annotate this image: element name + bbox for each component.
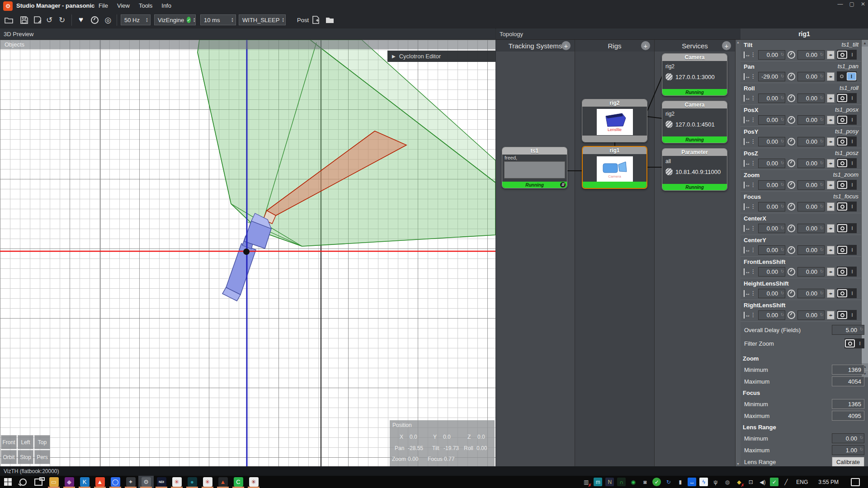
value-input[interactable]: 0.00 [758,137,785,146]
output-toggle[interactable]: I [837,93,857,103]
filter-zoom-toggle[interactable]: I [844,338,864,348]
taskbar-app-button[interactable]: ⚙ [138,476,154,488]
swap-arrows-button[interactable]: ◂▸ [827,51,835,59]
toggle-i-option[interactable]: I [848,311,856,319]
tray-icon[interactable]: ▥ [582,478,590,486]
timer-clock-icon[interactable] [788,160,795,167]
toggle-i-option[interactable]: I [856,339,864,347]
search-button[interactable] [15,476,31,488]
output-toggle[interactable]: I [837,71,857,81]
tray-icon[interactable]: ∩ [617,478,626,486]
toggle-i-option[interactable]: I [848,159,856,167]
slider-range-icon[interactable] [744,160,756,167]
offset-input[interactable]: 0.00 [797,310,825,320]
output-toggle[interactable]: I [837,245,857,255]
open-folder-icon[interactable] [4,15,14,25]
view-button[interactable]: Left [18,435,33,449]
toggle-o-option[interactable] [837,94,847,102]
toggle-i-option[interactable]: I [848,181,856,189]
toggle-o-option[interactable] [837,159,847,167]
timer-clock-icon[interactable] [788,51,795,59]
taskbar-app-button[interactable]: ▭ [46,476,61,488]
value-input[interactable]: 0.00 [758,245,785,255]
toggle-i-option[interactable]: I [848,267,856,276]
focus-max-input[interactable]: 4095 [832,411,864,421]
taskbar-app-button[interactable]: ● [184,476,200,488]
toggle-o-option[interactable] [837,289,847,297]
timer-clock-icon[interactable] [788,246,795,254]
toggle-o-option[interactable] [837,181,847,189]
timer-clock-icon[interactable] [788,290,795,297]
cyclotron-editor-bar[interactable]: ▶ Cyclotron Editor [387,51,495,62]
toggle-o-option[interactable] [837,267,847,276]
value-input[interactable]: 0.00 [758,94,785,103]
stepper-arrows-icon[interactable]: ▲▼ [279,17,284,23]
offset-input[interactable]: 0.00 [797,159,825,168]
offset-input[interactable]: 0.00 [797,202,825,211]
value-input[interactable]: 0.00 [758,115,785,125]
sleep-mode-dropdown[interactable]: WITH_SLEEP ▲▼ [239,14,286,25]
value-input[interactable]: 0.00 [758,202,785,211]
offset-input[interactable]: 0.00 [797,72,825,81]
timer-clock-icon[interactable] [788,181,795,189]
save-as-icon[interactable] [33,15,42,25]
tray-icon[interactable]: ϟ [699,478,708,486]
service-node[interactable]: Parameter all 10.81.40.9:11000 Running [662,148,727,191]
view-button[interactable]: Orbit [1,450,17,464]
offset-input[interactable]: 0.00 [797,180,825,190]
swap-arrows-button[interactable]: ◂▸ [827,137,835,146]
offset-input[interactable]: 0.00 [797,224,825,233]
view-button[interactable]: Top [34,435,50,449]
tray-icon[interactable]: m [594,478,602,486]
record-target-icon[interactable]: ◎ [103,15,113,25]
toggle-i-option[interactable]: I [848,94,856,102]
lens-range-min-input[interactable]: 0.00 [832,433,864,443]
scroll-up-icon[interactable]: ▲ [736,41,740,44]
value-input[interactable]: 0.00 [758,289,785,298]
toggle-o-option[interactable] [837,311,847,319]
taskbar-app-button[interactable]: ✦ [123,476,138,488]
swap-arrows-button[interactable]: ◂▸ [827,311,835,319]
tray-icon[interactable]: ▮ [676,478,684,486]
language-indicator[interactable]: ENG [793,479,811,485]
slider-range-icon[interactable] [744,268,756,275]
topology-scrollbar[interactable]: ▲ ▼ [736,40,741,466]
task-view-button[interactable] [31,476,46,488]
refresh-icon[interactable]: ↻ [57,15,67,25]
value-input[interactable]: 0.00 [758,310,785,320]
toggle-i-option[interactable]: I [848,137,856,145]
tray-icon[interactable]: ✓ [652,478,661,486]
output-toggle[interactable]: I [837,267,857,277]
menu-item[interactable]: Info [161,2,171,9]
toggle-i-option[interactable]: I [848,289,856,297]
tray-icon[interactable]: ◍ [723,478,731,486]
output-toggle[interactable]: I [837,202,857,211]
offset-input[interactable]: 0.00 [797,245,825,255]
swap-arrows-button[interactable]: ◂▸ [827,267,835,276]
swap-arrows-button[interactable]: ◂▸ [827,116,835,124]
slider-range-icon[interactable] [744,290,756,297]
view-button[interactable]: Front [1,435,17,449]
toggle-i-option[interactable]: I [848,246,856,254]
calibrate-button[interactable]: Calibrate [832,457,864,467]
chat-bubble-icon[interactable]: ☰ [560,182,566,188]
value-input[interactable]: -29.00 [758,72,785,81]
taskbar-app-button[interactable]: ◆ [61,476,77,488]
tracking-system-node-ts1[interactable]: ts1 freed, Running ☰ [502,147,567,188]
zoom-max-input[interactable]: 4054 [832,376,864,386]
output-toggle[interactable]: I [837,136,857,146]
overall-delay-input[interactable]: 5.00 [832,325,864,335]
objects-toolbar[interactable]: Objects [0,40,495,49]
clock-time[interactable]: 3:55 PM [814,479,843,485]
output-toggle[interactable]: I [837,158,857,168]
toggle-o-option[interactable] [837,246,847,254]
output-toggle[interactable]: I [837,288,857,298]
service-node[interactable]: Camera rig2 127.0.0.1:3000 Running [662,53,727,96]
slider-range-icon[interactable] [744,117,756,123]
lens-range-max-input[interactable]: 1.00 [832,445,864,455]
swap-arrows-button[interactable]: ◂▸ [827,246,835,254]
swap-arrows-button[interactable]: ◂▸ [827,181,835,189]
taskbar-app-button[interactable]: ✳ [169,476,184,488]
value-input[interactable]: 0.00 [758,180,785,190]
timer-clock-icon[interactable] [788,311,795,319]
